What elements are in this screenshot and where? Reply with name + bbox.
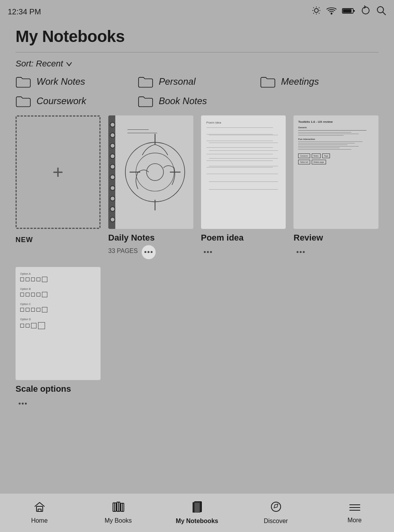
battery-icon [342, 7, 355, 17]
page-header: My Notebooks [0, 23, 394, 46]
new-notebook-item[interactable]: + NEW [16, 115, 101, 259]
review-title: Review [293, 233, 323, 243]
folder-name-book-notes: Book Notes [159, 96, 207, 106]
scale-options-meta [16, 396, 101, 410]
scale-options-title: Scale options [16, 384, 71, 394]
svg-point-0 [314, 9, 318, 12]
folder-name-personal: Personal [159, 76, 196, 87]
svg-line-3 [313, 7, 314, 8]
poem-idea-title: Poem idea [201, 233, 244, 243]
nav-discover-label: Discover [264, 518, 288, 525]
status-icons [312, 5, 386, 18]
nav-more-label: More [347, 517, 361, 524]
nav-discover[interactable]: Discover [236, 501, 315, 525]
nav-home[interactable]: Home [0, 501, 79, 524]
brightness-icon [312, 6, 321, 17]
scale-options-cover[interactable]: Option A Option B [16, 267, 101, 380]
daily-notes-pages: 33 PAGES [108, 248, 138, 255]
svg-rect-12 [353, 10, 355, 12]
svg-rect-25 [38, 509, 41, 511]
folder-icon [138, 94, 153, 108]
poem-idea-menu[interactable] [201, 245, 215, 259]
daily-notes-item[interactable]: Daily Notes 33 PAGES [108, 115, 193, 259]
new-notebook-cover[interactable]: + [16, 115, 101, 229]
daily-notes-cover[interactable] [108, 115, 193, 229]
folder-name-coursework: Coursework [36, 96, 86, 106]
svg-line-14 [383, 12, 385, 15]
svg-line-7 [313, 13, 314, 13]
notebooks-grid-row1: + NEW [0, 115, 394, 259]
poem-idea-item[interactable]: Poem idea Poem idea [201, 115, 286, 259]
svg-point-16 [136, 153, 174, 191]
folders-grid: Work Notes Personal Meetings Coursework … [0, 75, 394, 115]
review-cover[interactable]: Toolkits 1.6 - UX review Generic Fun int… [293, 115, 378, 229]
spiral [108, 115, 117, 229]
nav-my-books-label: My Books [104, 517, 132, 524]
daily-notes-menu[interactable] [142, 245, 156, 259]
scale-options-item[interactable]: Option A Option B [16, 267, 101, 411]
svg-line-8 [319, 7, 319, 8]
svg-point-35 [271, 502, 281, 511]
poem-idea-meta [201, 244, 286, 259]
folder-icon [138, 75, 153, 88]
books-icon [112, 501, 125, 515]
plus-icon: + [52, 163, 63, 181]
folder-name-meetings: Meetings [281, 76, 319, 87]
svg-point-17 [146, 164, 163, 181]
sync-icon [361, 5, 371, 18]
wifi-icon [326, 6, 337, 17]
folder-item-book-notes[interactable]: Book Notes [138, 94, 256, 108]
bottom-nav: Home My Books My Notebooks [0, 493, 394, 532]
svg-point-9 [331, 13, 332, 14]
svg-marker-36 [274, 504, 278, 508]
review-menu[interactable] [293, 245, 307, 259]
poem-content: Poem idea [201, 115, 286, 229]
daily-notes-title: Daily Notes [108, 233, 155, 243]
svg-rect-34 [193, 502, 194, 513]
folder-item-personal[interactable]: Personal [138, 75, 256, 88]
discover-icon [270, 501, 282, 515]
nav-more[interactable]: More [315, 502, 394, 524]
notebooks-icon [191, 501, 203, 515]
nav-my-notebooks-label: My Notebooks [176, 518, 218, 525]
folder-name-work-notes: Work Notes [36, 76, 85, 87]
folder-item-work-notes[interactable]: Work Notes [16, 75, 134, 88]
folder-icon [16, 94, 31, 108]
more-icon [349, 502, 361, 515]
sort-label[interactable]: Sort: Recent [16, 59, 378, 69]
status-bar: 12:34 PM [0, 0, 394, 23]
review-item[interactable]: Toolkits 1.6 - UX review Generic Fun int… [293, 115, 378, 259]
daily-notes-meta: 33 PAGES [108, 244, 193, 259]
new-notebook-label: NEW [16, 236, 33, 244]
folder-icon [16, 75, 31, 88]
nav-my-books[interactable]: My Books [79, 501, 158, 524]
folder-item-meetings[interactable]: Meetings [260, 75, 378, 88]
search-icon[interactable] [376, 5, 386, 18]
notebooks-grid-row2: Option A Option B [0, 267, 394, 411]
svg-line-4 [319, 13, 319, 13]
review-meta [293, 244, 378, 259]
home-icon [34, 501, 45, 515]
page-title: My Notebooks [16, 27, 378, 46]
folder-icon [260, 75, 276, 88]
status-time: 12:34 PM [8, 7, 41, 16]
svg-rect-11 [343, 9, 352, 13]
nav-home-label: Home [31, 517, 48, 524]
sort-bar[interactable]: Sort: Recent [0, 52, 394, 75]
scale-options-menu[interactable] [16, 396, 30, 410]
folder-item-coursework[interactable]: Coursework [16, 94, 134, 108]
daily-sketch [117, 115, 193, 229]
poem-idea-cover[interactable]: Poem idea [201, 115, 286, 229]
nav-my-notebooks[interactable]: My Notebooks [158, 501, 236, 525]
